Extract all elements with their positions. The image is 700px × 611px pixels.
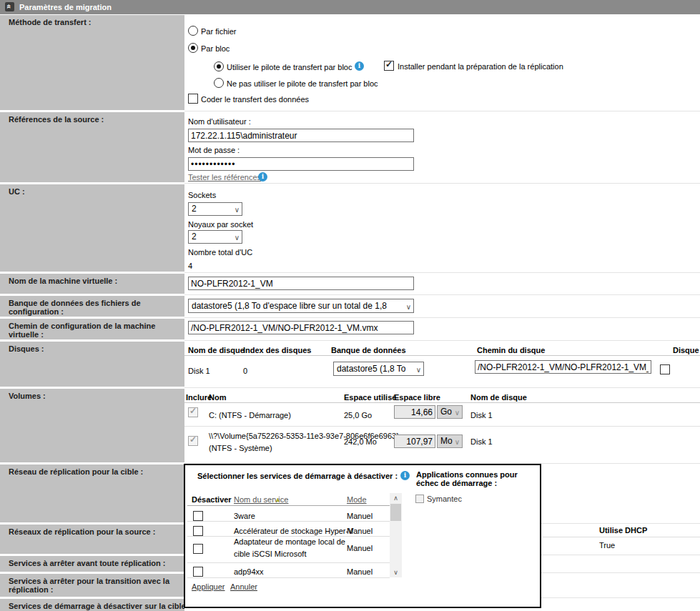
checkbox-thin-disk[interactable] — [660, 364, 670, 374]
divider — [184, 387, 700, 388]
popup-title: Sélectionner les services de démarrage à… — [197, 472, 398, 480]
service-name: adp94xx — [234, 567, 264, 576]
section-header-bar: « Paramètres de migration — [0, 0, 700, 14]
checkbox-disable-service[interactable] — [193, 526, 203, 536]
disks-header-name: Nom de disque — [188, 346, 245, 354]
info-icon[interactable]: i — [400, 471, 410, 480]
sidebar-label: Réseaux de réplication pour la source : — [9, 527, 182, 536]
checkbox-disable-service[interactable] — [193, 567, 203, 577]
sidebar-cpu: UC : — [0, 184, 184, 272]
popup-col-mode-sort[interactable]: Mode — [347, 495, 367, 504]
config-path-input[interactable] — [188, 321, 414, 334]
disks-header-path: Chemin du disque — [477, 346, 545, 354]
radio-par-fichier-label: Par fichier — [201, 27, 237, 36]
divider — [184, 317, 700, 318]
sidebar-services-disable-target: Services de démarrage à désactiver sur l… — [0, 599, 184, 611]
check-icon: ✓ — [189, 434, 197, 444]
cancel-link[interactable]: Annuler — [230, 582, 257, 591]
known-apps-header: Applications connues pour échec de démar… — [416, 470, 536, 487]
divider — [184, 111, 700, 111]
apply-link[interactable]: Appliquer — [192, 582, 225, 591]
info-icon[interactable]: i — [355, 61, 364, 71]
radio-par-bloc[interactable] — [188, 43, 198, 53]
password-input[interactable] — [188, 157, 414, 171]
volume-disk: Disk 1 — [470, 411, 493, 419]
password-label: Mot de passe : — [188, 146, 240, 154]
volume-name: C: (NTFS - Démarrage) — [209, 411, 291, 419]
divider — [184, 340, 700, 341]
service-name-line1: Adaptateur de montage local de — [234, 537, 345, 546]
disk-path-input[interactable] — [475, 360, 651, 374]
username-input[interactable] — [188, 129, 414, 142]
config-datastore-select[interactable]: datastore5 (1,8 To d'espace libre sur un… — [188, 299, 414, 313]
sort-asc-icon: ▲ — [275, 496, 281, 503]
chevron-down-icon: ∨ — [455, 436, 460, 448]
sidebar-volumes: Volumes : — [0, 389, 184, 462]
dhcp-value: True — [599, 541, 615, 550]
radio-use-block-driver-label: Utiliser le pilote de transfert par bloc — [227, 63, 352, 71]
scrollbar-thumb[interactable] — [390, 504, 401, 521]
cores-value: 2 — [192, 232, 197, 242]
radio-no-block-driver[interactable] — [214, 78, 224, 88]
collapse-icon[interactable]: « — [5, 2, 14, 11]
info-icon[interactable]: i — [258, 172, 267, 182]
collapse-glyph: « — [6, 4, 14, 9]
sidebar-label: Méthode de transfert : — [9, 18, 182, 26]
volumes-header-name: Nom — [209, 393, 226, 402]
popup-col-disable: Désactiver — [192, 495, 232, 504]
checkbox-disable-service[interactable] — [193, 544, 203, 554]
sidebar-config-path: Chemin de configuration de la machine vi… — [0, 319, 184, 339]
sidebar-label: Banque de données des fichiers de config… — [9, 299, 172, 316]
volume-free-unit-select: Mo∨ — [437, 434, 463, 448]
disk-datastore-value: datastore5 (1,8 To — [337, 364, 406, 374]
sidebar-label: Volumes : — [9, 392, 182, 400]
checkbox-install-during-prep[interactable]: ✓ — [384, 61, 394, 71]
sockets-label: Sockets — [188, 191, 216, 199]
divider — [184, 183, 700, 184]
info-glyph: i — [404, 472, 406, 479]
divider — [184, 294, 700, 295]
service-name-line2: cible iSCSI Microsoft — [234, 550, 306, 558]
services-scrollbar[interactable]: ∧ ∨ — [390, 493, 402, 577]
radio-par-fichier[interactable] — [188, 26, 198, 36]
volume-row-divider — [184, 426, 700, 427]
volume-name-line2: (NTFS - Système) — [209, 444, 272, 452]
sidebar-label: Disques : — [9, 344, 182, 353]
sidebar-label: Services à arrêter avant toute réplicati… — [9, 559, 182, 567]
volume-used: 25,0 Go — [344, 411, 372, 419]
info-glyph: i — [358, 62, 360, 69]
scroll-down-icon[interactable]: ∨ — [390, 567, 402, 577]
cores-select[interactable]: 2∨ — [188, 230, 242, 244]
disks-header-underline — [184, 355, 700, 356]
app-symantec-label: Symantec — [427, 495, 462, 503]
disk-datastore-select[interactable]: datastore5 (1,8 To∨ — [333, 362, 424, 376]
popup-header-underline — [187, 505, 390, 506]
popup-row-divider — [187, 536, 390, 537]
sockets-value: 2 — [192, 204, 197, 214]
chevron-down-icon: ∨ — [235, 232, 240, 244]
checkbox-encrypt-transfer[interactable] — [188, 94, 198, 104]
dhcp-header-underline — [542, 537, 700, 537]
unit-value: Mo — [440, 436, 453, 446]
sidebar-label: Services à arrêter pour la transition av… — [9, 577, 180, 594]
service-name: Accélérateur de stockage Hyper-V — [234, 527, 354, 535]
radio-use-block-driver[interactable] — [214, 61, 224, 71]
popup-row-divider — [187, 521, 390, 522]
unit-value: Go — [440, 407, 452, 417]
volumes-header-free: Espace libre — [394, 393, 440, 402]
sockets-select[interactable]: 2∨ — [188, 202, 242, 216]
popup-row-divider — [187, 577, 390, 578]
checkbox-disable-service[interactable] — [193, 511, 203, 521]
total-cpu-label: Nombre total d'UC — [188, 248, 252, 257]
sidebar-services-stop-before: Services à arrêter avant toute réplicati… — [0, 556, 184, 572]
test-credentials-link[interactable]: Tester les références — [188, 173, 261, 182]
sidebar-config-datastore: Banque de données des fichiers de config… — [0, 296, 184, 317]
cores-label: Noyaux par socket — [188, 220, 253, 229]
volume-free-input[interactable] — [394, 434, 435, 448]
sidebar-vm-name: Nom de la machine virtuelle : — [0, 274, 184, 294]
scroll-up-icon[interactable]: ∧ — [390, 493, 402, 503]
volume-free-input[interactable] — [394, 405, 435, 419]
disks-header-index: Index des disques — [243, 346, 311, 354]
volumes-header-underline — [184, 402, 700, 403]
vm-name-input[interactable] — [188, 277, 414, 290]
